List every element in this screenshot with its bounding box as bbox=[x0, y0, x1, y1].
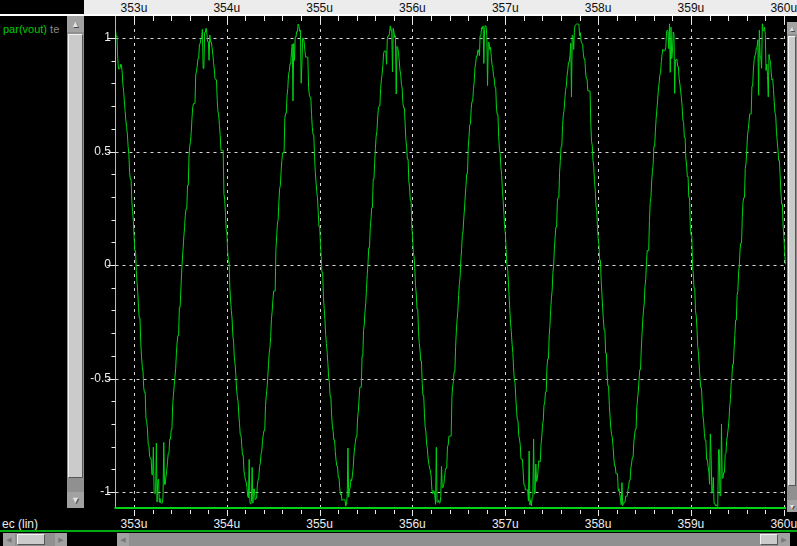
x-axis-label: 356u bbox=[394, 517, 430, 531]
signal-name-suffix: te bbox=[47, 23, 59, 35]
x-axis-label: 353u bbox=[116, 1, 152, 15]
x-axis-label: 360u bbox=[766, 517, 797, 531]
panel-scrollbar-thumb[interactable] bbox=[17, 534, 45, 545]
x-axis-label: 359u bbox=[673, 1, 709, 15]
plot-horizontal-scrollbar[interactable]: ◀ ▶ bbox=[117, 533, 790, 546]
panel-horizontal-scrollbar[interactable]: ◀ ▶ bbox=[3, 533, 67, 546]
x-axis-label: 357u bbox=[487, 1, 523, 15]
left-arrow-icon: ◀ bbox=[6, 536, 11, 543]
plot-scrollbar-thumb[interactable] bbox=[760, 534, 778, 545]
bottom-axis-strip: ec (lin) 353u354u355u356u357u358u359u360… bbox=[0, 517, 797, 530]
x-axis-label: 355u bbox=[302, 1, 338, 15]
y-axis-label: 0 bbox=[80, 257, 111, 271]
right-scrollbar-thumb[interactable] bbox=[788, 36, 796, 486]
right-vertical-scrollbar[interactable]: ▲ ▼ bbox=[787, 22, 797, 512]
y-axis-label: 1 bbox=[80, 30, 111, 44]
x-axis-label: 358u bbox=[580, 517, 616, 531]
up-arrow-icon: ▲ bbox=[789, 25, 796, 32]
y-axis-label: 0.5 bbox=[80, 144, 111, 158]
bottom-separator-line bbox=[0, 530, 797, 532]
right-arrow-icon: ▶ bbox=[781, 536, 786, 543]
right-arrow-icon: ▶ bbox=[58, 536, 63, 543]
down-arrow-icon: ▼ bbox=[789, 503, 796, 510]
scroll-left-button[interactable]: ◀ bbox=[117, 533, 129, 546]
scroll-down-button[interactable]: ▼ bbox=[67, 492, 84, 508]
signal-name-panel: par(vout) te bbox=[0, 16, 67, 531]
scroll-left-button[interactable]: ◀ bbox=[3, 533, 15, 546]
scroll-up-button[interactable]: ▲ bbox=[787, 22, 797, 34]
scroll-right-button[interactable]: ▶ bbox=[778, 533, 790, 546]
x-axis-label: 359u bbox=[673, 517, 709, 531]
left-vertical-scrollbar[interactable]: ▲ ▼ bbox=[67, 16, 84, 508]
x-axis-label: 357u bbox=[487, 517, 523, 531]
axis-strip-divider bbox=[0, 14, 797, 16]
scroll-right-button[interactable]: ▶ bbox=[55, 533, 67, 546]
signal-name-text: par(vout) bbox=[3, 23, 47, 35]
up-arrow-icon: ▲ bbox=[71, 20, 80, 29]
left-arrow-icon: ◀ bbox=[120, 536, 125, 543]
y-axis-label: -1 bbox=[80, 484, 111, 498]
waveform-viewer-window: 353u354u355u356u357u358u359u360u par(vou… bbox=[0, 0, 797, 546]
x-axis-label: 358u bbox=[580, 1, 616, 15]
y-axis-label: -0.5 bbox=[80, 371, 111, 385]
down-arrow-icon: ▼ bbox=[71, 496, 80, 505]
x-axis-label: 356u bbox=[394, 1, 430, 15]
x-axis-label: 354u bbox=[209, 1, 245, 15]
x-axis-unit-label: ec (lin) bbox=[2, 517, 38, 531]
x-axis-label: 354u bbox=[209, 517, 245, 531]
x-axis-label: 355u bbox=[302, 517, 338, 531]
plot-area[interactable] bbox=[84, 16, 786, 508]
x-axis-label: 360u bbox=[766, 1, 797, 15]
x-axis-label: 353u bbox=[116, 517, 152, 531]
left-scrollbar-thumb[interactable] bbox=[68, 34, 83, 478]
scroll-down-button[interactable]: ▼ bbox=[787, 500, 797, 512]
scroll-up-button[interactable]: ▲ bbox=[67, 16, 84, 32]
signal-name-label[interactable]: par(vout) te bbox=[3, 23, 59, 35]
